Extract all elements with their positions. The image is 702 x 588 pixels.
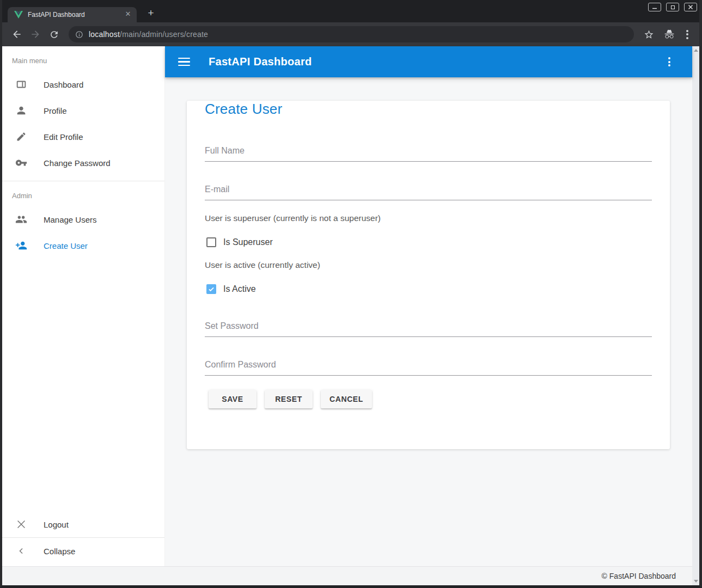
save-button[interactable]: SAVE [209, 390, 257, 408]
dashboard-icon [15, 78, 27, 90]
browser-tab[interactable]: FastAPI Dashboard ✕ [8, 7, 137, 22]
sidebar-section-header-admin: Admin [2, 181, 164, 206]
pencil-icon [15, 131, 27, 143]
page-viewport: Main menu Dashboard Profile [2, 46, 699, 585]
sidebar-item-label: Collapse [44, 547, 75, 556]
browser-menu-icon[interactable] [681, 28, 694, 41]
url-text: localhost/main/admin/users/create [89, 30, 208, 39]
sidebar-section-header-main: Main menu [2, 46, 164, 71]
superuser-checkbox-label: Is Superuser [223, 237, 273, 247]
sidebar-item-label: Dashboard [44, 80, 83, 89]
tab-close-icon[interactable]: ✕ [124, 10, 132, 19]
page-scrollbar[interactable] [692, 46, 699, 585]
page-content: Create User User is superuser (currently… [165, 77, 692, 566]
superuser-checkbox[interactable] [206, 237, 216, 247]
app-menu-kebab-icon[interactable] [663, 56, 676, 69]
sidebar-item-label: Edit Profile [44, 132, 83, 142]
sidebar-item-dashboard[interactable]: Dashboard [2, 71, 164, 97]
vue-favicon-icon [14, 11, 23, 19]
app-toolbar: FastAPI Dashboard [165, 46, 692, 77]
sidebar-item-logout[interactable]: Logout [2, 511, 164, 537]
maximize-button[interactable] [666, 3, 679, 11]
sidebar-item-label: Logout [44, 520, 69, 529]
person-icon [15, 105, 27, 117]
sidebar-item-create-user[interactable]: Create User [2, 232, 164, 259]
incognito-icon [660, 25, 679, 44]
reset-button[interactable]: RESET [265, 390, 313, 408]
sidebar-item-edit-profile[interactable]: Edit Profile [2, 124, 164, 150]
logout-x-icon [15, 518, 27, 530]
forward-icon[interactable] [26, 25, 45, 44]
sidebar-item-label: Profile [44, 106, 67, 115]
active-checkbox-label: Is Active [223, 284, 256, 294]
email-input[interactable] [205, 185, 652, 200]
page-title: Create User [205, 101, 652, 118]
minimize-button[interactable] [648, 3, 661, 11]
superuser-checkbox-row[interactable]: Is Superuser [206, 237, 652, 247]
people-icon [15, 213, 27, 225]
active-checkbox[interactable] [206, 284, 216, 294]
tab-title: FastAPI Dashboard [28, 11, 124, 19]
active-checkbox-row[interactable]: Is Active [206, 284, 652, 294]
sidebar-item-manage-users[interactable]: Manage Users [2, 206, 164, 232]
sidebar-item-label: Manage Users [44, 215, 97, 224]
confirm-password-input[interactable] [205, 360, 652, 376]
scroll-up-arrow-icon[interactable] [694, 49, 698, 52]
set-password-input[interactable] [205, 321, 652, 337]
active-note: User is active (currently active) [205, 260, 652, 270]
browser-window: FastAPI Dashboard ✕ + local [0, 0, 702, 588]
menu-hamburger-icon[interactable] [178, 56, 191, 69]
key-icon [15, 157, 27, 169]
sidebar-bottom: Logout Collapse [2, 511, 164, 566]
back-icon[interactable] [8, 25, 26, 44]
full-name-field [205, 146, 652, 162]
form-buttons: SAVE RESET CANCEL [209, 390, 652, 408]
app-footer: © FastAPI Dashboard [2, 566, 692, 585]
sidebar: Main menu Dashboard Profile [2, 46, 165, 566]
scroll-down-arrow-icon[interactable] [694, 580, 698, 583]
bookmark-star-icon[interactable] [639, 25, 658, 44]
url-path: /main/admin/users/create [120, 30, 208, 39]
address-bar[interactable]: localhost/main/admin/users/create [69, 26, 634, 42]
new-tab-button[interactable]: + [144, 7, 157, 20]
sidebar-item-label: Change Password [44, 158, 111, 168]
sidebar-item-label: Create User [44, 241, 88, 250]
reload-icon[interactable] [45, 25, 63, 44]
footer-text: © FastAPI Dashboard [602, 572, 676, 580]
set-password-field [205, 321, 652, 337]
app-title: FastAPI Dashboard [209, 56, 663, 68]
sidebar-item-profile[interactable]: Profile [2, 97, 164, 124]
cancel-button[interactable]: CANCEL [321, 390, 372, 408]
toolbar-right [639, 25, 694, 44]
chevron-left-icon [15, 545, 27, 557]
sidebar-item-change-password[interactable]: Change Password [2, 150, 164, 176]
create-user-card: Create User User is superuser (currently… [187, 101, 670, 449]
superuser-note: User is superuser (currently is not a su… [205, 213, 652, 223]
full-name-input[interactable] [205, 146, 652, 162]
confirm-password-field [205, 360, 652, 376]
url-host: localhost [89, 30, 120, 39]
main-area: FastAPI Dashboard Create User User is su… [165, 46, 692, 566]
close-window-button[interactable] [684, 3, 697, 11]
browser-toolbar: localhost/main/admin/users/create [2, 22, 699, 46]
window-controls [648, 3, 697, 11]
sidebar-item-collapse[interactable]: Collapse [2, 538, 164, 564]
site-info-icon[interactable] [75, 30, 83, 39]
browser-titlebar: FastAPI Dashboard ✕ + [2, 0, 699, 22]
email-field [205, 185, 652, 200]
person-add-icon [15, 240, 27, 252]
